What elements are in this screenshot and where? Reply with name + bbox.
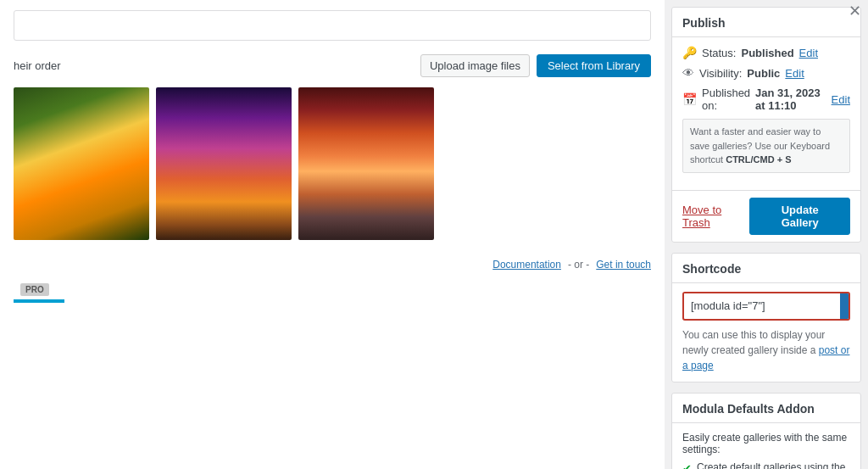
gallery-header: heir order Upload image files Select fro… bbox=[14, 49, 651, 84]
status-value: Published bbox=[741, 47, 793, 59]
bottom-bar: Documentation - or - Get in touch bbox=[14, 250, 651, 277]
teal-accent-bar bbox=[14, 299, 64, 303]
shortcode-box-body: You can use this to display your newly c… bbox=[672, 283, 860, 382]
visibility-row: 👁 Visibility: Public Edit bbox=[682, 66, 850, 80]
copy-icon bbox=[849, 299, 850, 313]
pro-badge-area: PRO bbox=[14, 277, 651, 303]
defaults-intro: Easily create galleries with the same se… bbox=[682, 432, 850, 455]
defaults-list: ✔ Create default galleries using the des… bbox=[682, 461, 850, 470]
documentation-link[interactable]: Documentation bbox=[492, 259, 561, 271]
select-from-library-button[interactable]: Select from Library bbox=[537, 54, 651, 77]
published-on-value: Jan 31, 2023 at 11:10 bbox=[755, 87, 826, 112]
shortcode-box: Shortcode You can use this to display yo… bbox=[671, 253, 861, 382]
publish-box-title: Publish bbox=[672, 8, 860, 37]
shortcode-input[interactable] bbox=[684, 293, 840, 318]
sunset2-image bbox=[298, 87, 434, 240]
status-row: 🔑 Status: Published Edit bbox=[682, 46, 850, 59]
sidebar: Publish 🔑 Status: Published Edit 👁 Visib… bbox=[665, 0, 868, 469]
status-edit-link[interactable]: Edit bbox=[799, 47, 818, 59]
calendar-icon: 📅 bbox=[682, 92, 697, 106]
status-label: Status: bbox=[702, 47, 736, 59]
modula-defaults-title: Modula Defaults Addon bbox=[672, 394, 860, 423]
publish-box: Publish 🔑 Status: Published Edit 👁 Visib… bbox=[671, 7, 861, 243]
title-bar bbox=[14, 10, 651, 41]
close-button[interactable]: ✕ bbox=[849, 3, 861, 19]
shortcode-hint-text: You can use this to display your newly c… bbox=[682, 329, 825, 356]
published-on-label: Published on: bbox=[702, 87, 750, 112]
keyboard-shortcut-tip: Want a faster and easier way to save gal… bbox=[682, 119, 850, 173]
page-layout: ✕ heir order Upload image files Select f… bbox=[0, 0, 868, 469]
main-inner: heir order Upload image files Select fro… bbox=[0, 0, 665, 469]
visibility-value: Public bbox=[747, 67, 780, 80]
published-on-row: 📅 Published on: Jan 31, 2023 at 11:10 Ed… bbox=[682, 87, 850, 112]
status-icon: 🔑 bbox=[682, 46, 697, 59]
keyboard-shortcut-value: CTRL/CMD + S bbox=[726, 154, 791, 165]
gallery-image-1[interactable] bbox=[14, 87, 149, 240]
publish-actions: Move to Trash Update Gallery bbox=[672, 190, 860, 242]
shortcode-box-title: Shortcode bbox=[672, 254, 860, 283]
defaults-list-item-1: ✔ Create default galleries using the des… bbox=[682, 461, 850, 470]
published-on-edit-link[interactable]: Edit bbox=[832, 93, 850, 106]
publish-box-body: 🔑 Status: Published Edit 👁 Visibility: P… bbox=[672, 37, 860, 190]
update-gallery-button[interactable]: Update Gallery bbox=[749, 198, 850, 235]
move-to-trash-link[interactable]: Move to Trash bbox=[682, 204, 749, 229]
gallery-image-3[interactable] bbox=[298, 87, 434, 240]
sunset1-image bbox=[156, 87, 292, 240]
bottom-separator: - or - bbox=[568, 259, 589, 271]
defaults-item-1-text: Create default galleries using the desir… bbox=[697, 461, 850, 470]
gallery-images-grid bbox=[14, 84, 651, 250]
shortcode-input-row bbox=[682, 292, 850, 321]
modula-defaults-box: Modula Defaults Addon Easily create gall… bbox=[671, 393, 861, 470]
shortcode-copy-button[interactable] bbox=[840, 293, 850, 319]
shortcode-hint: You can use this to display your newly c… bbox=[682, 327, 850, 373]
pro-badge: PRO bbox=[20, 283, 49, 296]
upload-image-files-button[interactable]: Upload image files bbox=[420, 54, 530, 77]
gallery-action-buttons: Upload image files Select from Library bbox=[420, 54, 651, 77]
gallery-image-2[interactable] bbox=[156, 87, 292, 240]
gallery-order-label: heir order bbox=[14, 59, 61, 72]
checkmark-icon-1: ✔ bbox=[682, 461, 692, 470]
visibility-edit-link[interactable]: Edit bbox=[785, 67, 804, 80]
visibility-icon: 👁 bbox=[682, 66, 694, 80]
modula-defaults-body: Easily create galleries with the same se… bbox=[672, 423, 860, 470]
get-in-touch-link[interactable]: Get in touch bbox=[596, 259, 651, 271]
visibility-label: Visibility: bbox=[699, 67, 742, 80]
main-content-area: heir order Upload image files Select fro… bbox=[0, 0, 665, 469]
flower-image bbox=[14, 87, 149, 240]
